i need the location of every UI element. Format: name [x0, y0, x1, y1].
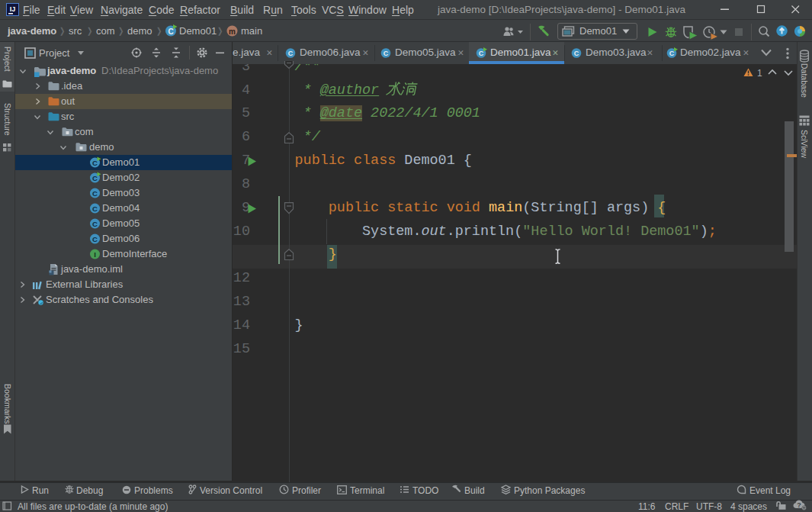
- svg-text:C: C: [92, 204, 98, 213]
- svg-text:C: C: [92, 235, 98, 243]
- svg-text:C: C: [384, 50, 389, 57]
- svg-text:C: C: [574, 50, 579, 57]
- svg-text:IJ: IJ: [10, 5, 16, 13]
- svg-text:C: C: [92, 174, 98, 182]
- svg-text:C: C: [168, 27, 173, 36]
- svg-text:C: C: [92, 189, 98, 198]
- svg-text:I: I: [94, 250, 96, 259]
- svg-text:C: C: [92, 220, 98, 228]
- svg-text:C: C: [92, 159, 98, 167]
- svg-text:m: m: [229, 27, 236, 36]
- svg-text:1: 1: [757, 68, 762, 79]
- svg-text:C: C: [669, 50, 675, 57]
- svg-text:?: ?: [797, 501, 801, 509]
- svg-text:C: C: [479, 50, 484, 57]
- svg-text:C: C: [288, 50, 294, 57]
